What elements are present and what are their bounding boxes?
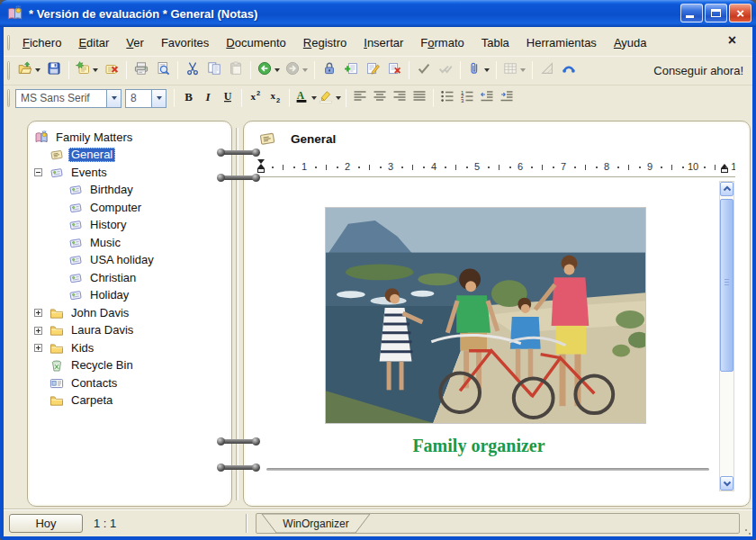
menu-item-fichero[interactable]: Fichero — [15, 33, 68, 52]
menu-item-documento[interactable]: Documento — [219, 33, 292, 52]
menu-item-formato[interactable]: Formato — [413, 33, 471, 52]
resize-grip[interactable] — [745, 529, 747, 531]
tree-item-music[interactable]: Music — [32, 234, 228, 252]
back-button[interactable] — [255, 59, 283, 81]
align-justify-button[interactable] — [410, 88, 429, 108]
tree-item-contacts[interactable]: Contacts — [32, 374, 228, 392]
tree-item-holiday[interactable]: Holiday — [32, 287, 228, 305]
svg-text:2: 2 — [256, 89, 260, 97]
svg-text:2: 2 — [276, 96, 280, 104]
menu-item-registro[interactable]: Registro — [296, 33, 354, 52]
attach-button[interactable] — [464, 59, 492, 81]
tree-item-laura-davis[interactable]: Laura Davis — [32, 322, 228, 340]
tree-item-history[interactable]: History — [32, 217, 228, 235]
get-now-link[interactable]: Conseguir ahora! — [653, 64, 743, 77]
expander-icon[interactable] — [34, 309, 50, 317]
menu-item-herramientas[interactable]: Herramientas — [519, 33, 604, 52]
chevron-down-icon[interactable] — [151, 90, 166, 107]
table-button[interactable] — [500, 59, 528, 81]
bullets-button[interactable] — [437, 88, 457, 108]
menu-item-favorites[interactable]: Favorites — [154, 33, 216, 52]
tree-item-general[interactable]: General — [32, 147, 228, 165]
menu-item-tabla[interactable]: Tabla — [474, 33, 517, 52]
highlight-button[interactable] — [318, 88, 342, 108]
cut-button[interactable] — [182, 59, 203, 81]
font-color-button[interactable]: A — [293, 88, 318, 108]
margin-marker[interactable] — [257, 159, 265, 173]
expander-icon[interactable] — [34, 327, 50, 335]
tree-item-christian[interactable]: Christian — [32, 269, 228, 287]
italic-button[interactable]: I — [198, 88, 218, 108]
font-size-combobox[interactable]: 8 — [125, 89, 166, 108]
paste-button[interactable] — [225, 59, 247, 81]
tree-item-recycle-bin[interactable]: Recycle Bin — [32, 357, 228, 375]
lock-button[interactable] — [319, 59, 340, 81]
font-name-combobox[interactable]: MS Sans Serif — [15, 89, 122, 108]
scrollbar-thumb[interactable] — [720, 199, 734, 372]
ruler-tool-button[interactable] — [536, 59, 558, 81]
expander-icon[interactable] — [34, 168, 50, 176]
forward-button[interactable] — [283, 59, 310, 81]
new-note-button[interactable] — [73, 59, 101, 81]
dropdown-arrow-icon[interactable] — [484, 68, 490, 72]
underline-button[interactable]: U — [218, 88, 238, 108]
close-button[interactable]: × — [729, 4, 752, 22]
subscript-button[interactable]: x2 — [266, 88, 285, 108]
copy-button[interactable] — [203, 59, 225, 81]
dropdown-arrow-icon[interactable] — [302, 68, 308, 72]
minimize-button[interactable] — [680, 4, 703, 22]
check-button[interactable] — [413, 59, 435, 81]
expander-icon[interactable] — [34, 344, 50, 352]
tree-item-events[interactable]: Events — [32, 164, 228, 182]
align-center-button[interactable] — [370, 88, 390, 108]
dropdown-arrow-icon[interactable] — [35, 68, 40, 72]
double-check-button[interactable] — [435, 59, 456, 81]
tree-item-usa-holiday[interactable]: USA holiday — [32, 252, 228, 270]
indent-marker[interactable] — [721, 164, 728, 173]
dropdown-arrow-icon[interactable] — [274, 68, 280, 72]
bold-button[interactable]: B — [178, 88, 198, 108]
menu-item-ver[interactable]: Ver — [119, 33, 151, 52]
dropdown-arrow-icon[interactable] — [93, 68, 98, 72]
chevron-down-icon[interactable] — [106, 90, 121, 107]
tree-item-birthday[interactable]: Birthday — [32, 182, 228, 200]
tree-item-kids[interactable]: Kids — [32, 339, 228, 357]
delete-note-icon — [104, 61, 119, 79]
today-button[interactable]: Hoy — [9, 514, 83, 533]
tab-winorganizer[interactable]: WinOrganizer — [260, 514, 372, 535]
dropdown-arrow-icon[interactable] — [520, 68, 526, 72]
tree-item-computer[interactable]: Computer — [32, 199, 228, 217]
family-photo[interactable] — [325, 207, 646, 424]
dropdown-arrow-icon[interactable] — [336, 96, 341, 100]
toolbar-grip[interactable] — [7, 61, 10, 80]
scroll-up-button[interactable] — [720, 182, 734, 196]
toolbar-grip[interactable] — [7, 35, 10, 51]
save-button[interactable] — [43, 59, 65, 81]
indent-button[interactable] — [497, 88, 517, 108]
add-record-button[interactable] — [340, 59, 362, 81]
note-caption-text[interactable]: Family organizer — [244, 436, 714, 456]
maximize-button[interactable] — [705, 4, 727, 22]
toolbar-grip[interactable] — [7, 89, 10, 107]
align-left-button[interactable] — [350, 88, 370, 108]
superscript-button[interactable]: x2 — [246, 88, 266, 108]
edit-record-button[interactable] — [362, 59, 383, 81]
numbering-button[interactable]: 123 — [457, 88, 477, 108]
delete-note-button[interactable] — [101, 59, 122, 81]
delete-record-button[interactable] — [383, 59, 405, 81]
outdent-button[interactable] — [477, 88, 497, 108]
preview-button[interactable] — [152, 59, 174, 81]
open-button[interactable] — [15, 59, 43, 81]
tree-item-family-matters[interactable]: Family Matters — [32, 129, 228, 147]
close-document-button[interactable]: × — [728, 34, 736, 47]
tree-item-john-davis[interactable]: John Davis — [32, 304, 228, 322]
menu-item-editar[interactable]: Editar — [71, 33, 116, 52]
phone-button[interactable] — [558, 59, 580, 81]
dropdown-arrow-icon[interactable] — [311, 96, 317, 100]
scroll-down-button[interactable] — [720, 476, 734, 490]
menu-item-insertar[interactable]: Insertar — [356, 33, 410, 52]
tree-item-carpeta[interactable]: Carpeta — [32, 392, 228, 410]
align-right-button[interactable] — [390, 88, 410, 108]
print-button[interactable] — [130, 59, 152, 81]
menu-item-ayuda[interactable]: Ayuda — [607, 33, 654, 52]
